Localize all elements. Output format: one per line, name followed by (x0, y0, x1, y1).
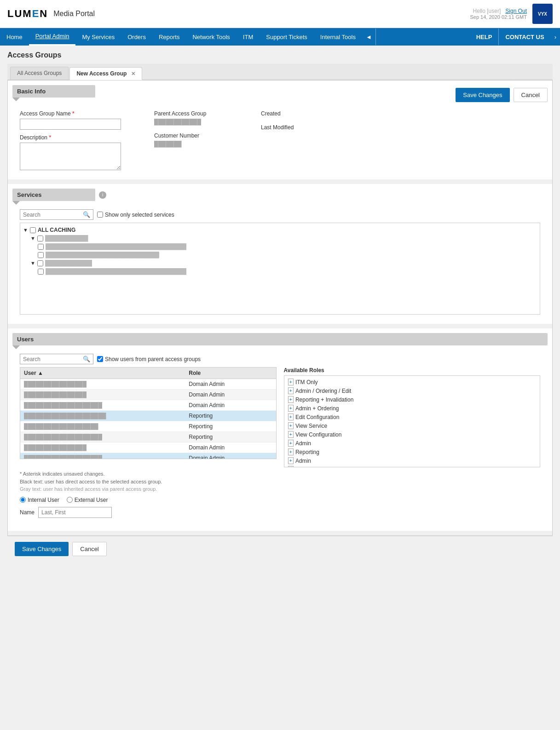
role-expand-icon[interactable]: + (288, 414, 294, 420)
parent-access-group-label: Parent Access Group (154, 110, 255, 117)
role-item[interactable]: +View Configuration (286, 430, 538, 439)
nav-right-section: HELP CONTACT US › (470, 29, 560, 45)
users-header: Users (12, 333, 548, 345)
tree-item-child3: ████████████████████████████████████ (38, 267, 537, 276)
tree-checkbox-g1[interactable] (37, 236, 43, 241)
cancel-button-bottom[interactable]: Cancel (72, 542, 106, 556)
role-label: Domain Admin (295, 466, 331, 468)
nav-help[interactable]: HELP (470, 29, 499, 45)
nav-reports[interactable]: Reports (152, 29, 186, 45)
tree-item-child2: █████████████████████████████ (38, 251, 537, 259)
role-expand-icon[interactable]: + (288, 379, 294, 385)
nav-internal-tools[interactable]: Internal Tools (314, 29, 362, 45)
last-modified-group: Last Modified (261, 124, 353, 131)
show-parent-users-label[interactable]: Show users from parent access groups (97, 356, 201, 362)
tree-toggle-all[interactable]: ▼ (23, 227, 28, 233)
role-expand-icon[interactable]: + (288, 405, 294, 412)
save-changes-button-top[interactable]: Save Changes (456, 88, 509, 102)
name-input[interactable] (38, 507, 112, 518)
role-item[interactable]: +View Service (286, 421, 538, 430)
users-table-wrap[interactable]: User ▲ Role ████████████████Domain Admin… (20, 367, 277, 459)
nav-contact-arrow[interactable]: › (551, 29, 560, 45)
role-item[interactable]: +Domain Admin (286, 465, 538, 467)
show-parent-users-checkbox[interactable] (97, 356, 103, 362)
role-item[interactable]: +Admin (286, 439, 538, 448)
nav-home[interactable]: Home (0, 29, 29, 45)
tab-close-icon[interactable]: ✕ (131, 71, 135, 76)
tree-checkbox-g2[interactable] (37, 260, 43, 266)
role-item[interactable]: +ITM Only (286, 378, 538, 386)
access-group-name-input[interactable] (20, 119, 121, 130)
tree-label-c1: ████████████████████████████████████ (46, 243, 186, 250)
tree-toggle-g1[interactable]: ▼ (30, 236, 35, 241)
role-label: Edit Configuration (295, 414, 339, 420)
nav-my-services[interactable]: My Services (75, 29, 121, 45)
nav-support-tickets[interactable]: Support Tickets (260, 29, 314, 45)
nav-portal-admin[interactable]: Portal Admin (29, 28, 76, 46)
services-search-input[interactable] (23, 212, 83, 218)
show-only-selected-label[interactable]: Show only selected services (97, 212, 174, 218)
nav-network-tools[interactable]: Network Tools (186, 29, 236, 45)
table-row[interactable]: ███████████████████Reporting (20, 421, 276, 432)
users-grid: User ▲ Role ████████████████Domain Admin… (20, 367, 540, 467)
nav-orders[interactable]: Orders (121, 29, 152, 45)
tree-checkbox-c3[interactable] (38, 269, 44, 275)
role-expand-icon[interactable]: + (288, 387, 294, 394)
tab-all-access-groups[interactable]: All Access Groups (10, 67, 69, 80)
services-tree[interactable]: ▼ ALL CACHING ▼ ███████████ ████████████… (20, 223, 540, 315)
role-expand-icon[interactable]: + (288, 448, 294, 455)
role-label: View Service (295, 423, 327, 429)
internal-user-radio[interactable] (20, 497, 26, 503)
role-expand-icon[interactable]: + (288, 440, 294, 447)
role-expand-icon[interactable]: + (288, 396, 294, 403)
tree-checkbox-c1[interactable] (38, 244, 44, 250)
role-item[interactable]: +Reporting (286, 448, 538, 456)
show-only-selected-checkbox[interactable] (97, 212, 103, 218)
header-user-info: Hello [user] Sign Out Sep 14, 2020 02:11… (470, 8, 527, 20)
table-row[interactable]: ████████████████████Reporting (20, 432, 276, 443)
role-item[interactable]: +Admin + Ordering (286, 404, 538, 413)
services-info-icon[interactable]: i (99, 191, 106, 199)
parent-access-group-value: ████████████ (154, 119, 255, 125)
col-header-role: Role (185, 368, 268, 379)
role-item[interactable]: +Edit Configuration (286, 413, 538, 421)
tab-new-access-group[interactable]: New Access Group ✕ (69, 67, 142, 80)
tree-toggle-g2[interactable]: ▼ (30, 260, 35, 266)
description-input[interactable] (20, 143, 121, 170)
role-expand-icon[interactable]: + (288, 466, 294, 467)
users-search-icon: 🔍 (83, 356, 90, 362)
section-spacer2 (8, 324, 552, 328)
external-user-radio[interactable] (67, 497, 73, 503)
nav-contact[interactable]: CONTACT US (499, 29, 550, 45)
internal-user-label[interactable]: Internal User (20, 497, 59, 503)
table-row[interactable]: ████████████████Domain Admin (20, 390, 276, 400)
tree-checkbox-c2[interactable] (38, 252, 44, 258)
basic-info-form: Access Group Name * Description * (12, 106, 548, 175)
table-row[interactable]: ████████████████████Domain Admin (20, 453, 276, 460)
save-changes-button-bottom[interactable]: Save Changes (15, 542, 69, 556)
nav-divider (375, 29, 376, 45)
role-label: Admin (295, 458, 311, 464)
role-expand-icon[interactable]: + (288, 422, 294, 429)
table-row[interactable]: ████████████████Domain Admin (20, 379, 276, 390)
role-item[interactable]: +Reporting + Invalidation (286, 395, 538, 404)
table-row[interactable]: ████████████████Domain Admin (20, 443, 276, 453)
table-row[interactable]: █████████████████████Reporting (20, 411, 276, 421)
users-search-input[interactable] (23, 356, 83, 362)
cancel-button-top[interactable]: Cancel (514, 88, 548, 102)
role-item[interactable]: +Admin (286, 456, 538, 465)
roles-list[interactable]: +ITM Only+Admin / Ordering / Edit+Report… (284, 375, 541, 467)
nav-more-icon[interactable]: ◄ (362, 29, 375, 45)
sign-out-link[interactable]: Sign Out (505, 8, 527, 14)
created-label: Created (261, 110, 353, 117)
table-row[interactable]: ████████████████████Domain Admin (20, 400, 276, 411)
tree-checkbox-all[interactable] (30, 227, 36, 233)
role-expand-icon[interactable]: + (288, 431, 294, 438)
role-label: View Configuration (295, 431, 342, 438)
role-expand-icon[interactable]: + (288, 457, 294, 464)
external-user-label[interactable]: External User (67, 497, 108, 503)
nav-itm[interactable]: ITM (237, 29, 260, 45)
available-roles-label: Available Roles (284, 367, 541, 374)
created-group: Created (261, 110, 353, 117)
role-item[interactable]: +Admin / Ordering / Edit (286, 386, 538, 395)
